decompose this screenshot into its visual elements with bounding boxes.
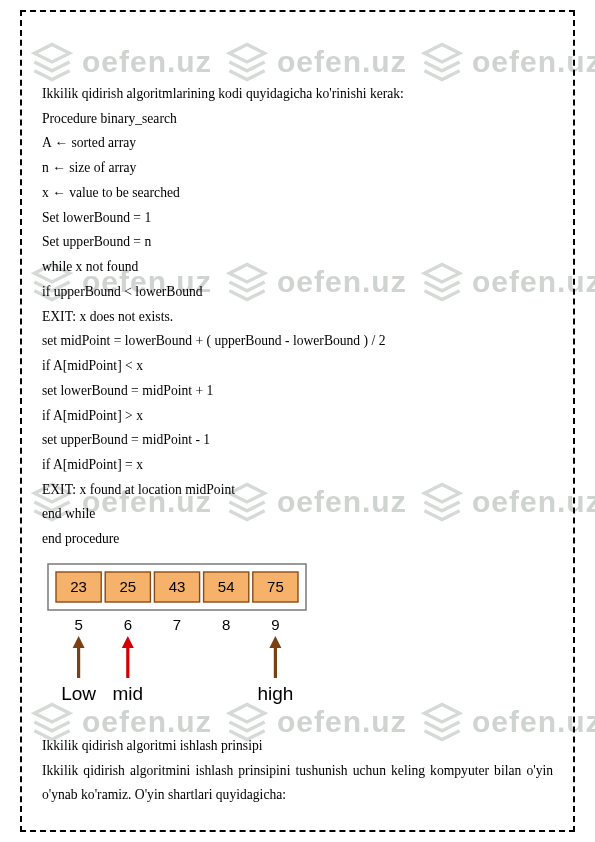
code-line: A ← sorted array xyxy=(42,131,553,156)
page-content: Ikkilik qidirish algoritmlarining kodi q… xyxy=(0,0,595,838)
code-line: n ← size of array xyxy=(42,156,553,181)
code-line: end while xyxy=(42,502,553,527)
code-line: if upperBound < lowerBound xyxy=(42,280,553,305)
code-line: set lowerBound = midPoint + 1 xyxy=(42,379,553,404)
svg-text:6: 6 xyxy=(124,616,132,633)
code-line: EXIT: x found at location midPoint xyxy=(42,478,553,503)
diagram-svg: 232543547556789Lowmidhigh xyxy=(42,558,312,728)
code-line: x ← value to be searched xyxy=(42,181,553,206)
svg-text:8: 8 xyxy=(222,616,230,633)
code-line: if A[midPoint] > x xyxy=(42,404,553,429)
code-line: Set upperBound = n xyxy=(42,230,553,255)
svg-text:7: 7 xyxy=(173,616,181,633)
code-line: if A[midPoint] < x xyxy=(42,354,553,379)
paragraph-heading: Ikkilik qidirish algoritmi ishlash prins… xyxy=(42,734,553,759)
code-line: while x not found xyxy=(42,255,553,280)
code-line: end procedure xyxy=(42,527,553,552)
svg-text:9: 9 xyxy=(271,616,279,633)
svg-text:54: 54 xyxy=(218,578,235,595)
code-line: EXIT: x does not exists. xyxy=(42,305,553,330)
code-line: set upperBound = midPoint - 1 xyxy=(42,428,553,453)
svg-text:43: 43 xyxy=(169,578,186,595)
svg-text:23: 23 xyxy=(70,578,87,595)
binary-search-diagram: 232543547556789Lowmidhigh xyxy=(42,558,312,728)
code-line: set midPoint = lowerBound + ( upperBound… xyxy=(42,329,553,354)
svg-text:25: 25 xyxy=(119,578,136,595)
paragraph-body: Ikkilik qidirish algoritmini ishlash pri… xyxy=(42,759,553,808)
code-line: Ikkilik qidirish algoritmlarining kodi q… xyxy=(42,82,553,107)
svg-text:5: 5 xyxy=(74,616,82,633)
svg-text:Low: Low xyxy=(61,683,96,704)
svg-text:75: 75 xyxy=(267,578,284,595)
code-line: Procedure binary_search xyxy=(42,107,553,132)
code-line: if A[midPoint] = x xyxy=(42,453,553,478)
code-line: Set lowerBound = 1 xyxy=(42,206,553,231)
svg-text:high: high xyxy=(257,683,293,704)
svg-text:mid: mid xyxy=(112,683,143,704)
